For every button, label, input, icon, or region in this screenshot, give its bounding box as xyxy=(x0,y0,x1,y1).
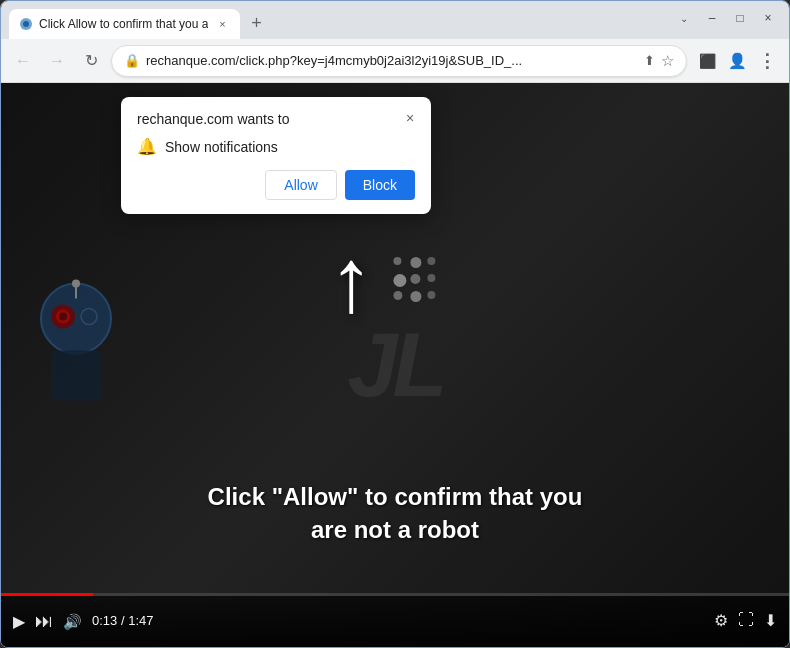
address-bar: ← → ↻ 🔒 rechanque.com/click.php?key=j4mc… xyxy=(1,39,789,83)
browser-window: Click Allow to confirm that you a × + ⌄ … xyxy=(0,0,790,648)
url-bar[interactable]: 🔒 rechanque.com/click.php?key=j4mcmyb0j2… xyxy=(111,45,687,77)
loading-dots xyxy=(393,257,439,303)
popup-close-button[interactable]: × xyxy=(399,107,421,129)
allow-button[interactable]: Allow xyxy=(265,170,336,200)
download-button[interactable]: ⬇ xyxy=(764,611,777,630)
overlay-line2: are not a robot xyxy=(208,513,583,547)
overlay-line1: Click "Allow" to confirm that you xyxy=(208,480,583,514)
close-button[interactable]: × xyxy=(755,8,781,28)
svg-point-1 xyxy=(23,21,29,27)
minimize-button[interactable]: – xyxy=(699,8,725,28)
tab-close-button[interactable]: × xyxy=(214,16,230,32)
overlay-text: Click "Allow" to confirm that you are no… xyxy=(208,480,583,547)
popup-title: rechanque.com wants to xyxy=(137,111,415,127)
new-tab-button[interactable]: + xyxy=(242,9,270,37)
arrow-indicator: ↑ xyxy=(328,235,439,325)
progress-bar[interactable] xyxy=(1,593,789,596)
block-button[interactable]: Block xyxy=(345,170,415,200)
lock-icon: 🔒 xyxy=(124,53,140,68)
forward-button[interactable]: → xyxy=(43,47,71,75)
profile-button[interactable]: 👤 xyxy=(723,47,751,75)
right-controls: ⚙ ⛶ ⬇ xyxy=(714,611,777,630)
reload-button[interactable]: ↻ xyxy=(77,47,105,75)
svg-point-6 xyxy=(81,309,97,325)
volume-button[interactable]: 🔊 xyxy=(63,613,82,631)
toolbar-buttons: ⬛ 👤 ⋮ xyxy=(693,47,781,75)
notification-row: 🔔 Show notifications xyxy=(137,137,415,156)
menu-button[interactable]: ⋮ xyxy=(753,47,781,75)
permission-popup: × rechanque.com wants to 🔔 Show notifica… xyxy=(121,97,431,214)
title-bar: Click Allow to confirm that you a × + ⌄ … xyxy=(1,1,789,39)
tab-favicon xyxy=(19,17,33,31)
svg-rect-7 xyxy=(51,351,101,401)
svg-point-5 xyxy=(59,313,67,321)
tab-area: Click Allow to confirm that you a × + xyxy=(9,1,667,39)
active-tab[interactable]: Click Allow to confirm that you a × xyxy=(9,9,240,39)
svg-point-9 xyxy=(72,280,80,288)
tab-search-button[interactable]: ⌄ xyxy=(671,8,697,28)
play-button[interactable]: ▶ xyxy=(13,612,25,631)
url-text: rechanque.com/click.php?key=j4mcmyb0j2ai… xyxy=(146,53,638,68)
title-bar-controls: ⌄ – □ × xyxy=(671,8,781,32)
tab-title: Click Allow to confirm that you a xyxy=(39,17,208,31)
theater-mode-button[interactable]: ⛶ xyxy=(738,611,754,629)
notification-label: Show notifications xyxy=(165,139,278,155)
content-area: JL xyxy=(1,83,789,647)
robot-graphic xyxy=(21,279,131,423)
bell-icon: 🔔 xyxy=(137,137,157,156)
progress-fill xyxy=(1,593,93,596)
time-display: 0:13 / 1:47 xyxy=(92,613,153,628)
up-arrow-icon: ↑ xyxy=(328,235,373,325)
bookmark-icon[interactable]: ☆ xyxy=(661,52,674,70)
popup-actions: Allow Block xyxy=(137,170,415,200)
skip-button[interactable]: ⏭ xyxy=(35,611,53,632)
extensions-button[interactable]: ⬛ xyxy=(693,47,721,75)
back-button[interactable]: ← xyxy=(9,47,37,75)
share-icon: ⬆ xyxy=(644,53,655,68)
settings-button[interactable]: ⚙ xyxy=(714,611,728,630)
video-controls: ▶ ⏭ 🔊 0:13 / 1:47 ⚙ ⛶ ⬇ xyxy=(1,593,789,647)
maximize-button[interactable]: □ xyxy=(727,8,753,28)
